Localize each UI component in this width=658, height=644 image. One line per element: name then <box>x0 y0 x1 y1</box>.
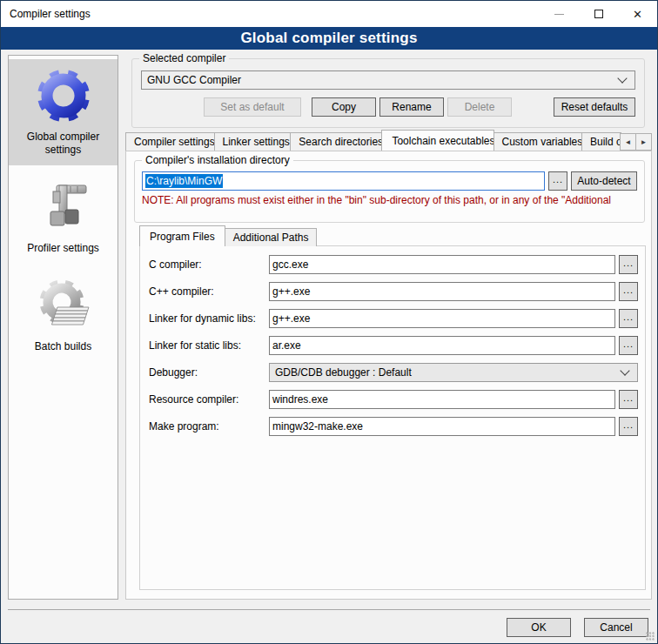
maximize-button[interactable] <box>579 1 618 27</box>
field-label: Linker for dynamic libs: <box>149 312 269 325</box>
copy-button[interactable]: Copy <box>312 97 376 117</box>
sidebar-item-label: Batch builds <box>35 340 91 353</box>
group-legend: Compiler's installation directory <box>142 154 293 166</box>
field-label: Make program: <box>149 420 269 433</box>
tab-additional-paths[interactable]: Additional Paths <box>225 228 318 246</box>
footer-buttons: OK Cancel <box>507 618 648 637</box>
tab-custom-variables[interactable]: Custom variables <box>494 132 583 151</box>
inner-tab-strip: Program Files Additional Paths <box>139 226 316 246</box>
sidebar-item-batch-builds[interactable]: Batch builds <box>9 269 118 362</box>
minimize-icon <box>554 14 564 15</box>
tab-scroll-left-icon[interactable]: ◄ <box>620 133 636 151</box>
cancel-button[interactable]: Cancel <box>584 618 648 637</box>
debugger-select[interactable]: GDB/CDB debugger : Default <box>269 363 638 382</box>
dialog-banner: Global compiler settings <box>1 27 657 50</box>
field-row-debugger: Debugger: GDB/CDB debugger : Default <box>149 363 638 382</box>
dynamic-linker-browse-button[interactable]: ... <box>619 309 638 328</box>
close-icon: ✕ <box>633 9 642 20</box>
tab-build-options[interactable]: Build options <box>581 132 621 151</box>
field-value: ar.exe <box>272 339 301 352</box>
field-label: Resource compiler: <box>149 393 269 406</box>
toolchain-executables-page: Compiler's installation directory C:\ray… <box>125 151 652 600</box>
compiler-select[interactable]: GNU GCC Compiler <box>141 70 635 90</box>
window-controls: ✕ <box>540 1 657 27</box>
dynamic-linker-input[interactable]: g++.exe <box>269 309 615 328</box>
field-row-cpp-compiler: C++ compiler: g++.exe ... <box>149 282 638 301</box>
field-value: mingw32-make.exe <box>272 420 363 433</box>
field-label: C++ compiler: <box>149 285 269 298</box>
window-title: Compiler settings <box>1 8 91 20</box>
caliper-tool-icon <box>36 179 91 235</box>
ok-button[interactable]: OK <box>507 618 571 637</box>
maximize-icon <box>594 10 603 18</box>
field-label: Debugger: <box>149 366 269 379</box>
debugger-select-value: GDB/CDB debugger : Default <box>275 366 618 379</box>
minimize-button[interactable] <box>540 1 579 27</box>
settings-sidebar: Global compiler settings Profiler settin… <box>8 55 118 600</box>
field-label: Linker for static libs: <box>149 339 269 352</box>
close-button[interactable]: ✕ <box>618 1 657 27</box>
resource-compiler-input[interactable]: windres.exe <box>269 390 615 409</box>
gray-gear-papers-icon <box>36 278 91 333</box>
chevron-down-icon <box>617 73 627 83</box>
compiler-select-value: GNU GCC Compiler <box>147 74 615 86</box>
compiler-buttons-row: Set as default Copy Rename Delete Reset … <box>141 97 635 117</box>
tab-linker-settings[interactable]: Linker settings <box>214 132 292 151</box>
cpp-compiler-input[interactable]: g++.exe <box>269 282 615 301</box>
browse-directory-button[interactable]: ... <box>548 171 567 191</box>
main-tab-strip: Compiler settings Linker settings Search… <box>125 131 652 151</box>
installation-directory-value: C:\raylib\MinGW <box>145 174 223 188</box>
make-program-input[interactable]: mingw32-make.exe <box>269 417 615 436</box>
note-text: NOTE: All programs must exist either in … <box>142 194 637 206</box>
field-value: g++.exe <box>272 312 310 325</box>
program-files-panel: C compiler: gcc.exe ... C++ compiler: g+… <box>139 245 646 590</box>
reset-defaults-button[interactable]: Reset defaults <box>554 97 635 117</box>
title-bar: Compiler settings ✕ <box>1 1 657 27</box>
auto-detect-button[interactable]: Auto-detect <box>571 171 637 191</box>
tab-search-directories[interactable]: Search directories <box>290 132 382 151</box>
set-as-default-button[interactable]: Set as default <box>204 97 301 117</box>
sidebar-item-label: Profiler settings <box>27 242 99 255</box>
blue-gear-icon <box>36 68 91 124</box>
cpp-compiler-browse-button[interactable]: ... <box>619 282 638 301</box>
tab-program-files[interactable]: Program Files <box>139 225 225 246</box>
field-row-c-compiler: C compiler: gcc.exe ... <box>149 255 638 274</box>
c-compiler-input[interactable]: gcc.exe <box>269 255 615 274</box>
field-row-make-program: Make program: mingw32-make.exe ... <box>149 417 638 436</box>
resource-compiler-browse-button[interactable]: ... <box>619 390 638 409</box>
make-program-browse-button[interactable]: ... <box>619 417 638 436</box>
sidebar-item-profiler-settings[interactable]: Profiler settings <box>9 171 118 264</box>
compiler-settings-dialog: Compiler settings ✕ Global compiler sett… <box>0 0 658 644</box>
field-row-static-linker: Linker for static libs: ar.exe ... <box>149 336 638 355</box>
chevron-down-icon <box>620 366 629 375</box>
sidebar-item-label: Global compiler settings <box>12 131 114 157</box>
installation-directory-input[interactable]: C:\raylib\MinGW <box>142 171 545 191</box>
sidebar-item-global-compiler-settings[interactable]: Global compiler settings <box>9 59 118 165</box>
footer-separator <box>8 609 650 610</box>
group-legend: Selected compiler <box>139 52 229 64</box>
delete-button[interactable]: Delete <box>447 97 512 117</box>
static-linker-input[interactable]: ar.exe <box>269 336 615 355</box>
static-linker-browse-button[interactable]: ... <box>619 336 638 355</box>
tab-compiler-settings[interactable]: Compiler settings <box>125 132 215 151</box>
installation-directory-group: Compiler's installation directory C:\ray… <box>134 160 645 223</box>
tab-scroll-arrows: ◄ ► <box>621 133 652 151</box>
tab-scroll-right-icon[interactable]: ► <box>635 133 652 151</box>
field-value: g++.exe <box>272 285 310 298</box>
field-value: windres.exe <box>272 393 328 406</box>
field-label: C compiler: <box>149 258 269 271</box>
field-row-dynamic-linker: Linker for dynamic libs: g++.exe ... <box>149 309 638 328</box>
selected-compiler-group: Selected compiler GNU GCC Compiler Set a… <box>131 58 645 128</box>
rename-button[interactable]: Rename <box>379 97 444 117</box>
field-value: gcc.exe <box>272 258 308 271</box>
c-compiler-browse-button[interactable]: ... <box>619 255 638 274</box>
field-row-resource-compiler: Resource compiler: windres.exe ... <box>149 390 638 409</box>
tab-toolchain-executables[interactable]: Toolchain executables <box>381 130 494 151</box>
resize-grip[interactable] <box>646 632 655 641</box>
